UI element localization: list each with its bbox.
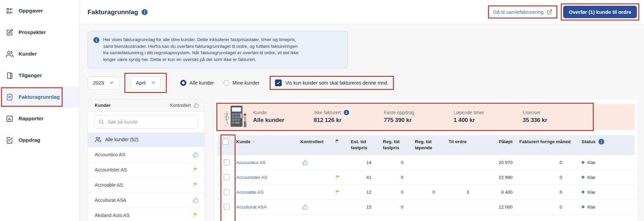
samlefakturering-link[interactable]: Gå til samlefakturering (493, 9, 552, 15)
column-status: Status (582, 139, 635, 145)
table-row[interactable]: Accroable AS 12 0 0 3 8 400 0 Klar (217, 185, 635, 200)
stat-value: 35 336 kr (523, 117, 547, 124)
table-row[interactable]: Accountico AS 14 0 20 970 0 Klar (217, 155, 635, 170)
palopt-value: 20 970 (481, 160, 519, 165)
table-row[interactable]: Accountster AS 41 0 22 990 0 Klar (217, 170, 635, 185)
users-icon (95, 136, 101, 143)
radio-label: Mine kunder (233, 80, 259, 86)
sidebar-item-rapporter[interactable]: Rapporter (0, 108, 80, 129)
flag-icon (193, 167, 198, 172)
all-customers-row[interactable]: Alle kunder (52) (88, 132, 205, 147)
status-dot (582, 191, 584, 193)
transfer-to-order-button[interactable]: Overfør (1) kunde til ordre (563, 6, 637, 18)
customer-link[interactable]: Accountico AS (236, 160, 266, 165)
topbar: Fakturagrunnlag Gå til samlefakturering … (80, 0, 644, 24)
sidebar: Oppgaver Prospekter Kunder Tilganger Fak… (0, 0, 80, 221)
list-item[interactable]: Acculturat ASA (88, 192, 205, 208)
customer-link[interactable]: Acculturat ASA (236, 204, 267, 210)
info-icon[interactable] (344, 110, 349, 115)
thumbs-up-icon (193, 197, 198, 203)
sidebar-item-label: Prospekter (19, 29, 46, 35)
customer-panel: Kunder Kontrollert A (88, 99, 205, 221)
sidebar-item-fakturagrunnlag[interactable]: Fakturagrunnlag (0, 86, 80, 108)
customer-name: Acculturat ASA (95, 197, 126, 203)
list-item[interactable]: Accountico AS (88, 147, 205, 162)
customer-name: Aksland Auto AS (95, 213, 130, 218)
row-checkbox[interactable] (224, 204, 230, 210)
flag-icon (335, 189, 341, 195)
column-palopt: Påløpt (481, 139, 519, 145)
list-item[interactable]: Aksland Auto AS (88, 208, 205, 221)
customer-link[interactable]: Accroable AS (236, 190, 264, 195)
list-item[interactable]: Accroable AS (88, 177, 205, 192)
sidebar-item-label: Kunder (19, 51, 37, 57)
sidebar-item-tilganger[interactable]: Tilganger (0, 65, 80, 86)
sidebar-item-kunder[interactable]: Kunder (0, 43, 80, 65)
status-label: Klar (587, 204, 595, 210)
page-title: Fakturagrunnlag (88, 8, 138, 16)
status-dot (582, 176, 584, 179)
reg-tid-fastpris-value: 0 (383, 175, 415, 180)
calculator-illustration (221, 105, 250, 129)
search-input[interactable] (108, 119, 194, 125)
annotation-box: April (124, 73, 167, 93)
sidebar-item-label: Tilganger (19, 72, 42, 78)
column-reg-tid-fastpris: Reg. tid fastpris (383, 139, 415, 151)
sidebar-item-label: Oppdrag (19, 137, 40, 143)
list-item[interactable]: Accountster AS (88, 162, 205, 177)
summary-stat: Løpende timer 1 400 kr (454, 110, 523, 124)
samlefakturering-link-label: Gå til samlefakturering (493, 9, 544, 15)
fakturert-forrige-value: 0 (519, 175, 582, 180)
invoice-table: Kunde ↑ Kontrollert Est. tid fastpris Re… (217, 135, 635, 215)
column-kunde[interactable]: Kunde ↑ (236, 139, 300, 145)
radio-alle-kunder[interactable]: Alle kunder (180, 80, 214, 86)
info-icon[interactable] (142, 9, 148, 15)
stat-label: Lisenser (523, 110, 541, 115)
radio-mine-kunder[interactable]: Mine kunder (223, 80, 259, 86)
info-icon (93, 37, 99, 43)
flag-icon (335, 139, 340, 144)
customer-panel-header: Kunder Kontrollert (88, 99, 205, 112)
document-edit-icon (6, 29, 13, 36)
thumbs-up-icon (193, 102, 199, 108)
status-cell: Klar (582, 204, 635, 210)
year-select[interactable]: 2023 (88, 76, 119, 89)
annotation-box: Overfør (1) kunde til ordre (561, 3, 639, 21)
summary-bar: Kunde Alle kunder Ikke fakturert 812 126… (217, 104, 635, 130)
fakturert-forrige-value: 0 (519, 190, 582, 195)
thumbs-up-icon (302, 160, 308, 165)
sidebar-item-oppdrag[interactable]: Oppdrag (0, 129, 80, 151)
row-checkbox[interactable] (224, 174, 230, 180)
summary-stat: Ikke fakturert 812 126 kr (314, 110, 384, 124)
info-icon[interactable] (599, 139, 604, 145)
show-only-billable-checkbox[interactable]: Vis kun kunder som skal faktureres denne… (270, 76, 394, 90)
invoice-basis-card: Kunde Alle kunder Ikke fakturert 812 126… (214, 99, 639, 221)
month-select-value: April (136, 80, 146, 86)
status-dot (582, 206, 584, 208)
sidebar-item-label: Fakturagrunnlag (19, 94, 60, 100)
assignment-icon (6, 136, 13, 144)
document-lines-icon (6, 93, 13, 101)
select-all-checkbox[interactable] (222, 139, 228, 145)
tasks-icon (6, 7, 13, 15)
reg-tid-lopende-value: 0 (415, 190, 449, 195)
users-icon (6, 50, 13, 58)
row-checkbox[interactable] (224, 159, 230, 165)
stat-label: Faste oppdrag (384, 110, 414, 115)
month-select[interactable]: April (130, 76, 161, 89)
table-row[interactable]: Acculturat ASA 15 0 12 000 0 Klar (217, 200, 635, 215)
radio-unselected-dot (223, 80, 229, 86)
sidebar-item-prospekter[interactable]: Prospekter (0, 22, 80, 43)
palopt-value: 8 400 (481, 190, 519, 195)
sidebar-item-label: Oppgaver (19, 8, 43, 14)
sidebar-item-oppgaver[interactable]: Oppgaver (0, 0, 80, 22)
customer-search (94, 115, 198, 129)
row-checkbox[interactable] (224, 189, 230, 195)
chevron-down-icon (151, 80, 156, 85)
stat-label: Løpende timer (454, 110, 484, 115)
fakturert-forrige-value: 0 (519, 204, 582, 210)
customer-link[interactable]: Accountster AS (236, 175, 267, 180)
status-label: Klar (587, 190, 595, 195)
status-cell: Klar (582, 175, 635, 180)
status-dot (582, 161, 584, 164)
